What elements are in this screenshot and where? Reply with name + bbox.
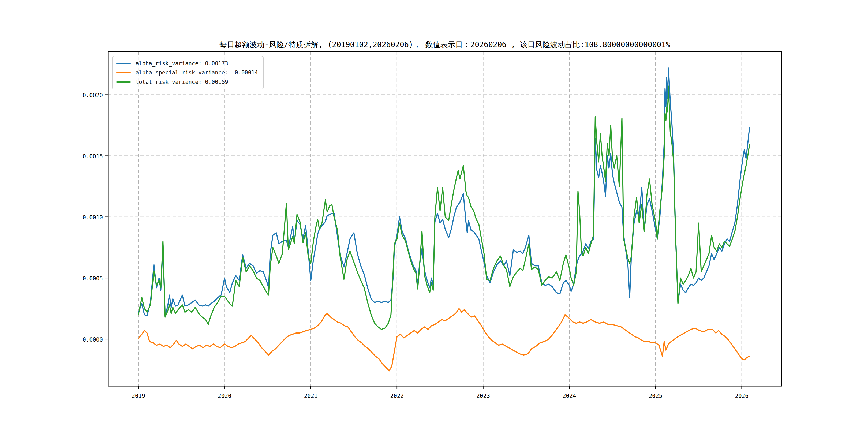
x-tick-label: 2019 xyxy=(131,393,145,399)
y-tick-label: 0.0010 xyxy=(83,214,103,221)
y-tick-label: 0.0020 xyxy=(83,92,103,99)
legend-box: alpha_risk_variance: 0.00173alpha_specia… xyxy=(112,56,264,90)
legend-item: alpha_special_risk_variance: -0.00014 xyxy=(116,69,260,76)
x-tick-label: 2026 xyxy=(735,393,748,399)
legend-label: alpha_risk_variance: 0.00173 xyxy=(135,60,228,67)
x-tick-label: 2022 xyxy=(390,393,404,399)
legend-swatch-line xyxy=(116,82,131,83)
legend-label: alpha_special_risk_variance: -0.00014 xyxy=(135,69,258,76)
alpha_special_risk_variance-line xyxy=(138,309,750,371)
legend-item: alpha_risk_variance: 0.00173 xyxy=(116,60,260,67)
y-tick-label: 0.0000 xyxy=(83,337,103,343)
x-tick-label: 2025 xyxy=(649,393,662,399)
legend-label: total_risk_variance: 0.00159 xyxy=(135,79,228,85)
legend-swatch-line xyxy=(116,63,131,64)
y-tick-label: 0.0005 xyxy=(83,275,103,282)
figure-canvas: 每日超额波动-风险/特质拆解, (20190102,20260206)， 数值表… xyxy=(0,0,868,434)
x-tick-label: 2021 xyxy=(304,393,318,399)
legend-swatch-line xyxy=(116,72,131,73)
x-tick-label: 2024 xyxy=(563,393,576,399)
x-tick-label: 2023 xyxy=(476,393,490,399)
y-tick-label: 0.0015 xyxy=(83,153,103,160)
x-tick-label: 2020 xyxy=(218,393,231,399)
axes-spines xyxy=(108,52,781,386)
legend-item: total_risk_variance: 0.00159 xyxy=(116,79,260,85)
alpha_risk_variance-line xyxy=(138,68,750,316)
